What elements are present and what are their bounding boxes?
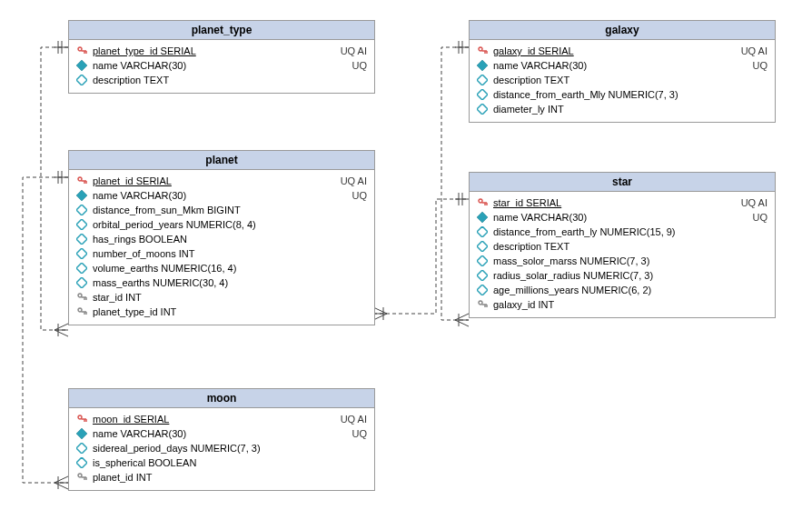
- column-row: name VARCHAR(30)UQ: [473, 210, 771, 225]
- column-name: diameter_ly INT: [493, 104, 753, 115]
- column-row: is_spherical BOOLEAN: [73, 455, 371, 470]
- entity-columns: moon_id SERIALUQ AIname VARCHAR(30)UQsid…: [69, 408, 374, 490]
- column-name: age_millions_years NUMERIC(6, 2): [493, 285, 753, 295]
- column-name: name VARCHAR(30): [93, 60, 338, 71]
- entity-star: star star_id SERIALUQ AIname VARCHAR(30)…: [469, 172, 776, 318]
- primary-key-icon: [76, 45, 87, 56]
- primary-key-icon: [76, 175, 87, 186]
- column-row: radius_solar_radius NUMERIC(7, 3): [473, 268, 771, 283]
- column-name: planet_type_id INT: [93, 306, 352, 317]
- column-icon: [76, 263, 87, 274]
- column-row: mass_solor_marss NUMERIC(7, 3): [473, 254, 771, 268]
- column-row: star_id SERIALUQ AI: [473, 195, 771, 210]
- column-icon: [477, 75, 488, 85]
- column-row: distance_from_sun_Mkm BIGINT: [73, 203, 371, 217]
- column-row: orbital_period_years NUMERIC(8, 4): [73, 217, 371, 232]
- entity-planet-type: planet_type planet_type_id SERIALUQ AIna…: [68, 20, 375, 94]
- column-icon: [477, 285, 488, 295]
- unique-column-icon: [76, 60, 87, 71]
- column-row: distance_from_earth_Mly NUMERIC(7, 3): [473, 87, 771, 102]
- entity-galaxy: galaxy galaxy_id SERIALUQ AIname VARCHAR…: [469, 20, 776, 123]
- column-row: planet_type_id SERIALUQ AI: [73, 44, 371, 58]
- column-row: diameter_ly INT: [473, 102, 771, 116]
- column-flags: UQ AI: [332, 414, 367, 425]
- column-name: description TEXT: [493, 241, 753, 252]
- column-flags: UQ AI: [332, 175, 367, 186]
- foreign-key-icon: [76, 306, 87, 317]
- column-name: name VARCHAR(30): [93, 428, 338, 439]
- column-row: distance_from_earth_ly NUMERIC(15, 9): [473, 225, 771, 239]
- column-flags: UQ: [343, 428, 368, 439]
- column-icon: [477, 241, 488, 252]
- column-name: name VARCHAR(30): [93, 190, 338, 201]
- column-name: sidereal_period_days NUMERIC(7, 3): [93, 443, 352, 454]
- column-icon: [76, 75, 87, 85]
- column-row: number_of_moons INT: [73, 246, 371, 261]
- column-row: planet_id INT: [73, 470, 371, 485]
- column-name: distance_from_sun_Mkm BIGINT: [93, 205, 352, 215]
- column-flags: UQ AI: [732, 197, 767, 208]
- unique-column-icon: [76, 428, 87, 439]
- column-row: planet_type_id INT: [73, 305, 371, 319]
- column-name: star_id SERIAL: [493, 197, 727, 208]
- entity-title: moon: [69, 389, 374, 408]
- entity-columns: planet_type_id SERIALUQ AIname VARCHAR(3…: [69, 40, 374, 93]
- column-icon: [76, 234, 87, 245]
- column-flags: UQ: [744, 212, 768, 223]
- column-flags: UQ AI: [332, 45, 367, 56]
- entity-planet: planet planet_id SERIALUQ AIname VARCHAR…: [68, 150, 375, 325]
- column-row: name VARCHAR(30)UQ: [73, 58, 371, 73]
- column-row: star_id INT: [73, 290, 371, 305]
- column-name: planet_type_id SERIAL: [93, 45, 326, 56]
- column-name: mass_solor_marss NUMERIC(7, 3): [493, 255, 753, 266]
- foreign-key-icon: [76, 472, 87, 483]
- foreign-key-icon: [477, 299, 488, 310]
- primary-key-icon: [76, 414, 87, 425]
- primary-key-icon: [477, 197, 488, 208]
- column-name: moon_id SERIAL: [93, 414, 326, 425]
- column-icon: [477, 270, 488, 281]
- column-icon: [477, 255, 488, 266]
- entity-columns: star_id SERIALUQ AIname VARCHAR(30)UQdis…: [470, 192, 775, 317]
- column-name: number_of_moons INT: [93, 248, 352, 259]
- column-icon: [76, 277, 87, 288]
- column-row: volume_earths NUMERIC(16, 4): [73, 261, 371, 275]
- entity-moon: moon moon_id SERIALUQ AIname VARCHAR(30)…: [68, 388, 375, 491]
- column-flags: UQ: [343, 190, 368, 201]
- column-name: galaxy_id INT: [493, 299, 753, 310]
- column-icon: [76, 457, 87, 468]
- column-row: moon_id SERIALUQ AI: [73, 412, 371, 426]
- column-row: mass_earths NUMERIC(30, 4): [73, 275, 371, 290]
- primary-key-icon: [477, 45, 488, 56]
- column-name: radius_solar_radius NUMERIC(7, 3): [493, 270, 753, 281]
- column-name: name VARCHAR(30): [493, 212, 738, 223]
- column-name: planet_id INT: [93, 472, 352, 483]
- column-row: sidereal_period_days NUMERIC(7, 3): [73, 441, 371, 455]
- column-row: name VARCHAR(30)UQ: [473, 58, 771, 73]
- foreign-key-icon: [76, 292, 87, 303]
- unique-column-icon: [477, 60, 488, 71]
- column-name: star_id INT: [93, 292, 352, 303]
- column-name: volume_earths NUMERIC(16, 4): [93, 263, 352, 274]
- column-row: description TEXT: [473, 239, 771, 254]
- column-row: has_rings BOOLEAN: [73, 232, 371, 246]
- entity-columns: planet_id SERIALUQ AIname VARCHAR(30)UQd…: [69, 170, 374, 325]
- column-name: galaxy_id SERIAL: [493, 45, 727, 56]
- column-name: planet_id SERIAL: [93, 175, 326, 186]
- column-name: name VARCHAR(30): [493, 60, 738, 71]
- column-icon: [477, 89, 488, 100]
- entity-title: galaxy: [470, 21, 775, 40]
- column-row: description TEXT: [473, 73, 771, 87]
- entity-columns: galaxy_id SERIALUQ AIname VARCHAR(30)UQd…: [470, 40, 775, 122]
- column-row: age_millions_years NUMERIC(6, 2): [473, 283, 771, 297]
- column-name: distance_from_earth_ly NUMERIC(15, 9): [493, 226, 753, 237]
- column-name: distance_from_earth_Mly NUMERIC(7, 3): [493, 89, 753, 100]
- column-icon: [477, 104, 488, 115]
- column-row: name VARCHAR(30)UQ: [73, 188, 371, 203]
- column-name: is_spherical BOOLEAN: [93, 457, 352, 468]
- column-flags: UQ AI: [732, 45, 767, 56]
- entity-title: planet: [69, 151, 374, 170]
- column-icon: [477, 226, 488, 237]
- column-flags: UQ: [343, 60, 368, 71]
- entity-title: star: [470, 173, 775, 192]
